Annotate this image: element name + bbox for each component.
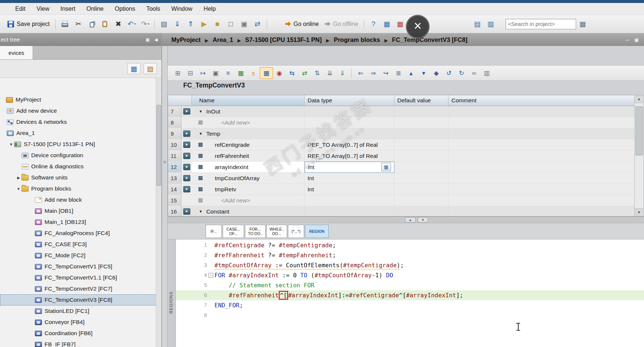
tree-item[interactable]: Add new device (0, 105, 156, 116)
table-scrollbar[interactable]: ▲ ▼ (634, 95, 644, 216)
sync-button[interactable]: ⇄ (298, 67, 311, 79)
monitor-all-button[interactable]: ▦ (234, 67, 247, 79)
tree-item[interactable]: FC_TempConvertV2 [FC7] (0, 283, 156, 294)
insert-segment-button[interactable]: ↪ (380, 67, 392, 79)
paste-button[interactable] (98, 18, 112, 30)
tree-item[interactable]: Coordination [FB6] (0, 328, 156, 339)
compile-block-button[interactable]: ⇓ (336, 67, 349, 79)
table-row[interactable]: 11refFahrenheitREF_TO Array[0..7] of Rea… (168, 151, 644, 162)
table-row[interactable]: 16▼Constant (168, 206, 644, 217)
overlay-close-button[interactable]: × (406, 15, 430, 39)
default-value-cell[interactable] (394, 206, 448, 217)
panel-splitter[interactable]: ≡ (162, 46, 168, 347)
copy-snapshot-button[interactable]: ⇊ (323, 67, 336, 79)
tree-item[interactable]: StationLED [FC1] (0, 305, 156, 317)
online-diagnostics-button[interactable]: ? (367, 18, 380, 30)
snippet-tab-region[interactable]: REGION (305, 225, 329, 238)
format-code-button[interactable]: ≣ (392, 67, 405, 79)
column-header-comment[interactable]: Comment (448, 95, 635, 106)
split-editor-horizontal-button[interactable]: ▤ (471, 18, 484, 30)
snapshot-button[interactable]: ▣ (209, 67, 222, 79)
redo-step-button[interactable]: ↻ (455, 67, 468, 79)
table-row[interactable]: 10refCentigradeREF_TO Array[0..7] of Rea… (168, 139, 644, 151)
name-cell[interactable]: tmpRetv (192, 184, 305, 195)
add-row-button[interactable]: ⊟ (184, 67, 197, 79)
table-row[interactable]: 9▼Temp (168, 128, 644, 139)
code-line[interactable]: 2#refFahrenheit ?= #tempFahrenheit; (176, 250, 644, 260)
default-value-cell[interactable] (394, 173, 448, 184)
breadcrumb-item[interactable]: FC_TempConvertV3 [FC8] (392, 36, 467, 43)
table-row[interactable]: 14tmpRetvInt (168, 184, 644, 195)
collapse-outline-button[interactable]: ▴ (405, 67, 417, 79)
breadcrumb-item[interactable]: Program blocks (334, 36, 380, 43)
tree-item[interactable]: Online & diagnostics (0, 161, 156, 172)
datatype-cell[interactable]: REF_TO Array[0..7] of Real (305, 151, 394, 162)
menu-edit[interactable]: Edit (10, 4, 31, 14)
comment-cell[interactable] (448, 206, 635, 217)
table-row[interactable]: 7▼InOut (168, 106, 644, 117)
expand-arrow-icon[interactable]: ▶ (16, 176, 22, 180)
bookmark-button[interactable]: ◆ (430, 67, 443, 79)
name-cell[interactable]: <Add new> (192, 117, 305, 128)
datatype-cell[interactable] (305, 128, 394, 139)
search-input[interactable] (506, 19, 576, 29)
datatype-dropdown-button[interactable]: ▦ (381, 163, 391, 171)
table-row[interactable]: 8<Add new> (168, 117, 644, 128)
tree-item[interactable]: ▶Software units (0, 172, 156, 183)
tree-item[interactable]: Area_1 (0, 128, 156, 139)
tree-item[interactable]: Main_1 [OB123] (0, 217, 156, 228)
code-line[interactable]: 8 (176, 310, 644, 320)
tree-item[interactable]: FC_Mode [FC2] (0, 250, 156, 261)
default-value-cell[interactable] (394, 184, 448, 195)
tree-item[interactable]: FC_TempConvertV1 [FC5] (0, 261, 156, 272)
code-line[interactable]: 4−FOR #arrayIndexInt := 0 TO (#tmpCountO… (176, 270, 644, 280)
go-online-button[interactable]: Go online (282, 18, 322, 30)
datatype-cell[interactable]: Int (305, 173, 394, 184)
collapse-triangle-icon[interactable]: ▼ (199, 209, 203, 214)
details-view-button[interactable]: ▦ (127, 63, 141, 74)
name-cell[interactable]: refFahrenheit (192, 151, 305, 162)
restore-window-icon[interactable]: ▣ (634, 37, 639, 43)
link-button[interactable]: ∞ (468, 67, 480, 79)
project-tree-scrollbar[interactable] (156, 77, 161, 347)
table-editor-splitter[interactable]: ▲ ▼ (168, 217, 644, 223)
expand-outline-button[interactable]: ▾ (417, 67, 430, 79)
datatype-cell[interactable] (305, 117, 394, 128)
menu-options[interactable]: Options (109, 4, 141, 14)
stop-simulation-button[interactable]: ▦ (394, 18, 407, 30)
tree-item[interactable]: Devices & networks (0, 116, 156, 128)
expand-table-button[interactable]: ▲ (405, 217, 415, 222)
scrollbar-thumb[interactable] (635, 106, 643, 155)
comment-cell[interactable] (448, 151, 635, 162)
snippet-tab-case[interactable]: CASE...OF... (223, 225, 244, 238)
fold-marker-icon[interactable]: − (208, 273, 213, 278)
load-snapshot-button[interactable]: ⇅ (311, 67, 323, 79)
expand-arrow-icon[interactable]: ▼ (16, 187, 22, 191)
save-project-button[interactable]: Save project (4, 18, 53, 30)
default-value-cell[interactable] (394, 128, 448, 139)
regions-sidebar[interactable]: REGIONS (168, 239, 176, 347)
name-cell[interactable]: ▼Temp (192, 128, 305, 139)
code-editor[interactable]: REGIONS 1#refCentigrade ?= #tempCentigra… (168, 239, 644, 347)
insert-row-button[interactable]: ⊞ (171, 67, 184, 79)
column-header-name[interactable]: Name (192, 95, 305, 106)
comment-cell[interactable] (448, 139, 635, 151)
default-value-cell[interactable] (394, 195, 448, 206)
name-cell[interactable]: tmpCountOfArray (192, 173, 305, 184)
accessible-devices-button[interactable]: □ (224, 18, 237, 30)
datatype-cell[interactable]: Int▦ (305, 162, 394, 173)
code-line[interactable]: 3#tmpCountOfArray := CountOfElements(#te… (176, 260, 644, 270)
undo-button[interactable]: ↶▾ (125, 18, 138, 30)
comment-cell[interactable] (448, 162, 635, 173)
snippet-tab-if[interactable]: IF... (206, 225, 222, 238)
tree-item[interactable]: FB_IF [FB7] (0, 339, 156, 347)
start-simulation-button[interactable]: ▦ (380, 18, 394, 30)
comment-cell[interactable] (448, 173, 635, 184)
default-value-cell[interactable] (394, 151, 448, 162)
datatype-cell[interactable] (305, 106, 394, 117)
reset-start-values-button[interactable]: ↦ (197, 67, 209, 79)
redo-button[interactable]: ↷▾ (138, 18, 152, 30)
comment-cell[interactable] (448, 106, 635, 117)
expand-arrow-icon[interactable]: ▼ (8, 142, 14, 146)
datatype-cell[interactable] (305, 195, 394, 206)
